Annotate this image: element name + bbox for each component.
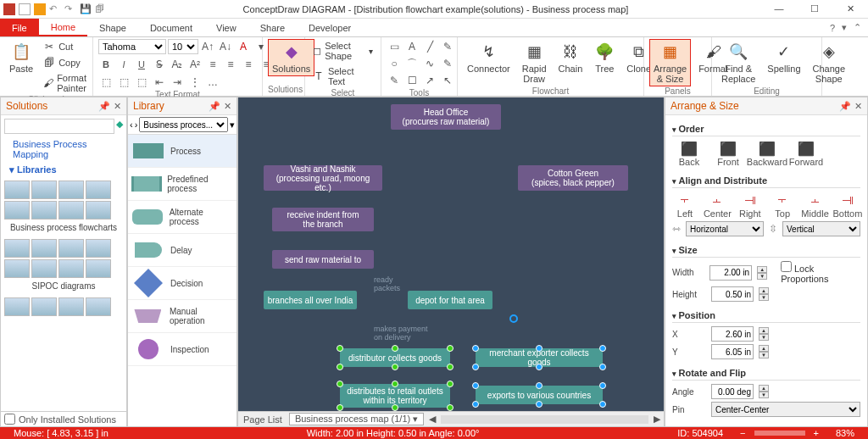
paste-button[interactable]: 📋Paste [5, 39, 37, 76]
indent-left-icon[interactable]: ⇤ [152, 75, 167, 90]
close-panel-icon[interactable]: ✕ [114, 101, 121, 112]
width-input[interactable] [709, 265, 752, 281]
lib-thumb[interactable] [31, 201, 57, 220]
lib-item-inspection[interactable]: Inspection [128, 333, 236, 366]
change-shape-button[interactable]: ◈Change Shape [809, 39, 850, 86]
align-center-icon[interactable]: ≡ [223, 57, 238, 72]
lib-item-decision[interactable]: Decision [128, 267, 236, 300]
lock-proportions-checkbox[interactable] [781, 261, 792, 272]
y-down[interactable]: ▼ [759, 352, 769, 358]
angle-down[interactable]: ▼ [759, 392, 769, 398]
shrink-font-icon[interactable]: A↓ [218, 39, 233, 54]
lib-thumb[interactable] [4, 201, 30, 220]
x-down[interactable]: ▼ [759, 334, 769, 341]
lib-thumb[interactable] [58, 201, 84, 220]
spelling-button[interactable]: ✓Spelling [763, 39, 804, 76]
copy-button[interactable]: 🗐Copy [41, 55, 91, 70]
height-down[interactable]: ▼ [759, 294, 769, 301]
zoom-slider[interactable] [754, 431, 805, 436]
bring-forward-button[interactable]: ⬛Forward [789, 140, 823, 167]
lib-thumb[interactable] [58, 239, 84, 258]
connector-button[interactable]: ↯Connector [463, 39, 515, 76]
file-tab[interactable]: File [0, 19, 39, 36]
tool-arrow-icon[interactable]: ↗ [422, 73, 437, 88]
bold-icon[interactable]: B [98, 57, 114, 72]
subscript-icon[interactable]: A₂ [170, 57, 185, 72]
tool-pencil-icon[interactable]: ✎ [387, 73, 402, 88]
y-input[interactable] [711, 344, 754, 359]
width-up[interactable]: ▲ [757, 266, 767, 273]
italic-icon[interactable]: I [116, 57, 131, 72]
rapid-draw-button[interactable]: ▦Rapid Draw [518, 39, 551, 86]
canvas[interactable]: Head Office (procures raw material) Vash… [238, 97, 664, 411]
tool-arc-icon[interactable]: ⌒ [404, 56, 420, 71]
lib-thumb[interactable] [86, 181, 111, 199]
tool-text-icon[interactable]: A [404, 39, 420, 54]
libraries-header[interactable]: Libraries [4, 161, 123, 177]
lib-thumb[interactable] [4, 259, 30, 278]
pin-select[interactable]: Center-Center [711, 402, 860, 417]
valign-bot-icon[interactable]: ⬚ [134, 75, 149, 90]
scroll-right-icon[interactable]: ▶ [650, 414, 664, 425]
print-icon[interactable]: 🗐 [95, 3, 107, 15]
angle-input[interactable] [711, 384, 754, 399]
new-icon[interactable] [19, 3, 31, 15]
lib-item-manual[interactable]: Manual operation [128, 300, 236, 333]
strike-icon[interactable]: S̶ [152, 57, 167, 72]
document-tab[interactable]: Document [138, 19, 204, 36]
lib-thumb[interactable] [86, 297, 111, 316]
rotate-section-header[interactable]: Rotate and Flip [672, 366, 860, 381]
send-back-button[interactable]: ⬛Back [672, 140, 706, 167]
close-button[interactable]: ✕ [836, 3, 865, 14]
solutions-search-input[interactable] [4, 119, 114, 134]
align-right-icon[interactable]: ≡ [241, 57, 256, 72]
node-head-office[interactable]: Head Office (procures raw material) [391, 104, 501, 130]
x-input[interactable] [711, 326, 754, 342]
save-icon[interactable]: 💾 [80, 3, 92, 15]
superscript-icon[interactable]: A² [187, 57, 203, 72]
align-middle-button[interactable]: ⫠Middle [803, 192, 828, 219]
lib-thumb[interactable] [86, 259, 111, 278]
node-send[interactable]: send raw material to [272, 250, 374, 269]
lib-thumb[interactable] [4, 181, 30, 199]
align-right-button[interactable]: ⫣Right [737, 192, 763, 219]
tool-curve-icon[interactable]: ∿ [422, 56, 437, 71]
node-branches[interactable]: branches all over India [264, 291, 357, 309]
cut-button[interactable]: ✂Cut [41, 39, 91, 54]
pin-icon[interactable]: 📌 [98, 101, 110, 112]
collapse-ribbon-icon[interactable]: ⌃ [854, 22, 861, 33]
zoom-in-icon[interactable]: + [805, 428, 827, 438]
align-center-button[interactable]: ⫠Center [704, 192, 730, 219]
lib-item-predefined[interactable]: Predefined process [128, 168, 236, 201]
lib-thumb[interactable] [58, 259, 84, 278]
node-cotton[interactable]: Cotton Green (spices, black pepper) [518, 165, 628, 191]
y-up[interactable]: ▲ [759, 345, 769, 352]
align-left-icon[interactable]: ≡ [205, 57, 220, 72]
open-icon[interactable] [34, 3, 46, 15]
height-input[interactable] [711, 286, 754, 302]
only-installed-checkbox[interactable] [4, 414, 15, 425]
distribute-v-select[interactable]: Vertical [782, 221, 860, 236]
underline-icon[interactable]: U [134, 57, 149, 72]
search-go-icon[interactable]: ◆ [116, 119, 123, 137]
more-text-icon[interactable]: … [205, 75, 220, 90]
tool-scribble-icon[interactable]: ✎ [440, 56, 455, 71]
valign-top-icon[interactable]: ⬚ [98, 75, 114, 90]
lib-item-delay[interactable]: Delay [128, 234, 236, 267]
format-painter-button[interactable]: 🖌Format Painter [41, 71, 91, 95]
minimize-button[interactable]: — [765, 3, 793, 14]
lib-next-icon[interactable]: › [135, 119, 138, 130]
tool-line-icon[interactable]: ╱ [422, 39, 437, 54]
tool-callout-icon[interactable]: ✎ [440, 39, 455, 54]
angle-up[interactable]: ▲ [759, 385, 769, 392]
width-down[interactable]: ▼ [757, 273, 767, 280]
select-shape-button[interactable]: ◻Select Shape ▾ [310, 39, 376, 63]
shape-tab[interactable]: Shape [87, 19, 138, 36]
select-text-button[interactable]: TSelect Text [310, 64, 376, 88]
font-family-select[interactable]: Tahoma [98, 39, 166, 54]
arrange-size-button[interactable]: ▦Arrange & Size [649, 39, 691, 86]
lib-thumb[interactable] [31, 297, 57, 316]
order-section-header[interactable]: Order [672, 122, 860, 136]
scroll-left-icon[interactable]: ◀ [426, 414, 439, 425]
node-receive[interactable]: receive indent from the branch [272, 208, 374, 231]
